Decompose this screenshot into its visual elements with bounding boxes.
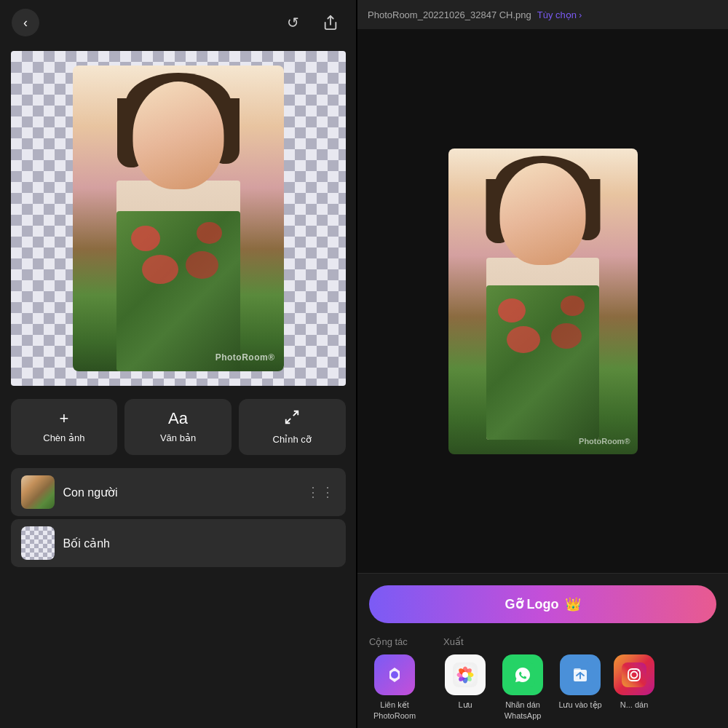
chen-anh-button[interactable]: + Chèn ảnh (11, 399, 118, 455)
layer-item-boi-canh[interactable]: Bối cảnh (11, 519, 346, 567)
resize-icon (284, 409, 300, 430)
layer-item-con-nguoi[interactable]: Con người ⋮⋮ (11, 468, 346, 516)
golo-button[interactable]: Gỡ Logo 👑 (369, 585, 716, 623)
cong-tac-group: Cộng tác Liên kết PhotoRoom (369, 636, 420, 721)
right-panel: PhotoRoom_20221026_32847 CH.png Tùy chọn… (357, 0, 728, 728)
layer-thumb-boi-canh (21, 526, 55, 560)
crown-icon: 👑 (565, 596, 581, 612)
chinh-co-label: Chỉnh cỡ (273, 434, 312, 445)
chen-anh-label: Chèn ảnh (43, 432, 84, 443)
golo-label: Gỡ Logo (505, 596, 559, 612)
layer-label-con-nguoi: Con người (63, 486, 298, 499)
svg-point-3 (391, 671, 398, 678)
share-item-whatsapp[interactable]: Nhãn dán WhatsApp (497, 654, 548, 721)
chinh-co-button[interactable]: Chỉnh cỡ (239, 399, 346, 455)
share-section: Cộng tác Liên kết PhotoRoom (369, 636, 716, 721)
svg-line-1 (293, 411, 298, 416)
filename-label: PhotoRoom_20221026_32847 CH.png (368, 9, 531, 20)
whatsapp-icon (502, 654, 543, 695)
svg-line-2 (286, 419, 290, 423)
svg-rect-17 (574, 668, 581, 672)
files-icon (560, 654, 601, 695)
whatsapp-label: Nhãn dán WhatsApp (497, 700, 548, 721)
back-button[interactable]: ‹ (12, 9, 39, 36)
preview-person-image: PhotoRoom® (448, 149, 638, 454)
right-preview-area: PhotoRoom® (357, 29, 728, 573)
top-bar-right-panel: PhotoRoom_20221026_32847 CH.png Tùy chọn… (357, 0, 728, 29)
bottom-action-panel: Gỡ Logo 👑 Cộng tác Liên kết PhotoRoom (357, 573, 728, 728)
layer-list: Con người ⋮⋮ Bối cảnh (11, 468, 346, 567)
left-panel: ‹ ↺ (0, 0, 356, 728)
top-bar-right-actions: ↺ (279, 9, 344, 36)
xuat-group: Xuất (443, 636, 656, 721)
svg-point-13 (462, 672, 468, 678)
share-item-files[interactable]: Lưu vào tệp (558, 654, 602, 721)
undo-button[interactable]: ↺ (279, 9, 306, 36)
van-ban-button[interactable]: Aa Văn bản (124, 399, 232, 455)
photos-icon (445, 654, 486, 695)
xuat-items: Lưu Nhãn dán WhatsApp (443, 654, 656, 721)
xuat-label: Xuất (443, 636, 656, 647)
preview-watermark: PhotoRoom® (579, 437, 630, 446)
share-item-luu[interactable]: Lưu (443, 654, 487, 721)
layer-dots-con-nguoi[interactable]: ⋮⋮ (306, 484, 336, 500)
cong-tac-items: Liên kết PhotoRoom (369, 654, 420, 721)
layer-thumb-con-nguoi (21, 475, 55, 509)
text-icon: Aa (168, 409, 188, 428)
options-link[interactable]: Tùy chọn › (537, 9, 582, 20)
share-item-photoroom[interactable]: Liên kết PhotoRoom (369, 654, 420, 721)
canvas-person-image: PhotoRoom® (73, 66, 284, 371)
van-ban-label: Văn bản (160, 432, 196, 443)
photoroom-label: Liên kết PhotoRoom (369, 700, 420, 721)
luu-label: Lưu (458, 700, 472, 710)
top-bar-left: ‹ ↺ (0, 0, 356, 45)
files-label: Lưu vào tệp (558, 700, 601, 710)
photoroom-icon (374, 654, 415, 695)
canvas-area[interactable]: PhotoRoom® (11, 51, 346, 386)
svg-rect-19 (622, 662, 646, 687)
layer-label-boi-canh: Bối cảnh (63, 537, 336, 550)
share-item-instagram[interactable]: N... dán (612, 654, 656, 721)
cong-tac-label: Cộng tác (369, 636, 420, 647)
plus-icon: + (59, 409, 68, 428)
share-button[interactable] (317, 9, 344, 36)
canvas-watermark: PhotoRoom® (215, 352, 275, 363)
svg-point-22 (638, 670, 639, 671)
instagram-label: N... dán (620, 700, 649, 710)
tool-row: + Chèn ảnh Aa Văn bản Chỉnh cỡ (11, 399, 346, 455)
instagram-icon (614, 654, 654, 695)
